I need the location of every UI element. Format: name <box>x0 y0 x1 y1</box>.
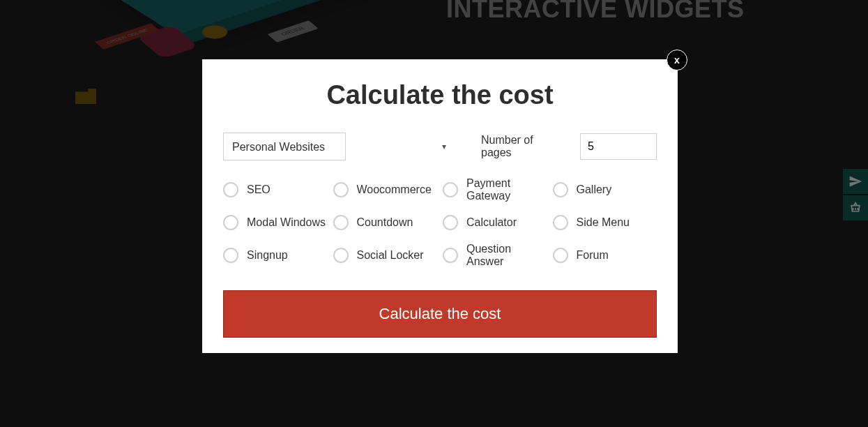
option-payment-gateway[interactable]: Payment Gateway <box>443 177 547 202</box>
pages-input[interactable] <box>580 133 657 160</box>
radio-icon <box>223 215 238 230</box>
option-label: Woocommerce <box>357 183 432 196</box>
option-label: Question Answer <box>466 243 547 268</box>
option-woocommerce[interactable]: Woocommerce <box>333 177 438 202</box>
radio-icon <box>333 182 349 197</box>
pages-label: Number of pages <box>481 134 552 159</box>
radio-icon <box>443 215 458 230</box>
option-label: Side Menu <box>577 216 630 229</box>
modal-top-row: Personal Websites Number of pages <box>223 133 657 160</box>
option-label: Social Locker <box>357 249 424 262</box>
website-type-select-wrap: Personal Websites <box>223 133 453 160</box>
option-countdown[interactable]: Countdown <box>333 215 438 230</box>
radio-icon <box>553 182 568 197</box>
option-social-locker[interactable]: Social Locker <box>333 243 438 268</box>
radio-icon <box>223 182 238 197</box>
radio-icon <box>443 182 458 197</box>
option-seo[interactable]: SEO <box>223 177 328 202</box>
option-label: Calculator <box>466 216 517 229</box>
option-label: Forum <box>577 249 609 262</box>
radio-icon <box>333 215 349 230</box>
option-label: Payment Gateway <box>466 177 547 202</box>
close-button[interactable]: x <box>667 50 687 70</box>
option-label: Countdown <box>357 216 413 229</box>
options-grid: SEO Woocommerce Payment Gateway Gallery … <box>223 177 657 268</box>
calculate-button[interactable]: Calculate the cost <box>223 290 657 338</box>
radio-icon <box>333 248 349 263</box>
option-modal-windows[interactable]: Modal Windows <box>223 215 328 230</box>
radio-icon <box>443 248 458 263</box>
option-signup[interactable]: Singnup <box>223 243 328 268</box>
option-forum[interactable]: Forum <box>553 243 657 268</box>
radio-icon <box>553 215 568 230</box>
close-icon: x <box>674 54 680 66</box>
option-label: SEO <box>247 183 271 196</box>
website-type-select[interactable]: Personal Websites <box>223 133 346 160</box>
cost-modal: x Calculate the cost Personal Websites N… <box>202 59 678 353</box>
option-question-answer[interactable]: Question Answer <box>443 243 547 268</box>
option-side-menu[interactable]: Side Menu <box>553 215 657 230</box>
option-label: Modal Windows <box>247 216 326 229</box>
option-label: Singnup <box>247 249 288 262</box>
option-gallery[interactable]: Gallery <box>553 177 657 202</box>
modal-title: Calculate the cost <box>223 80 657 110</box>
option-label: Gallery <box>577 183 612 196</box>
option-calculator[interactable]: Calculator <box>443 215 547 230</box>
radio-icon <box>553 248 568 263</box>
radio-icon <box>223 248 238 263</box>
